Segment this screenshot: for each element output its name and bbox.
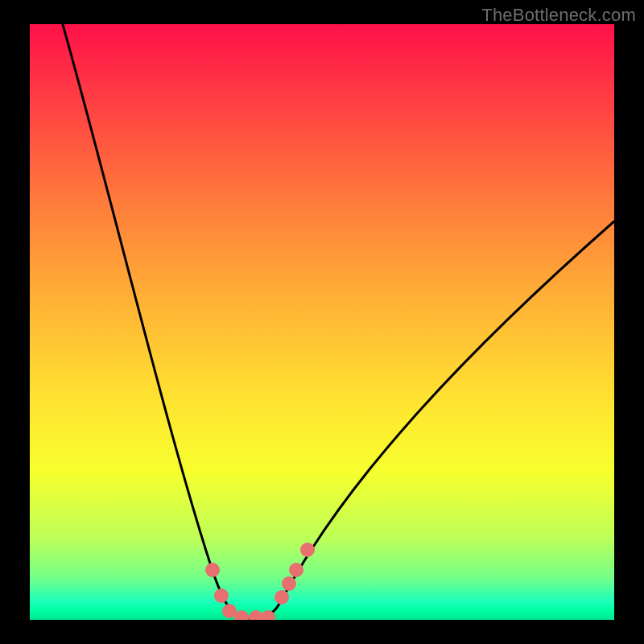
- watermark-text: TheBottleneck.com: [481, 5, 636, 26]
- data-point: [214, 588, 229, 603]
- plot-area: [30, 24, 614, 620]
- data-points: [205, 543, 315, 620]
- bottleneck-curve: [60, 24, 614, 618]
- chart-frame: TheBottleneck.com: [0, 0, 644, 644]
- data-point: [300, 543, 315, 557]
- chart-svg: [30, 24, 614, 620]
- data-point: [275, 590, 289, 605]
- data-point: [282, 576, 296, 591]
- data-point: [205, 563, 220, 577]
- data-point: [289, 563, 303, 577]
